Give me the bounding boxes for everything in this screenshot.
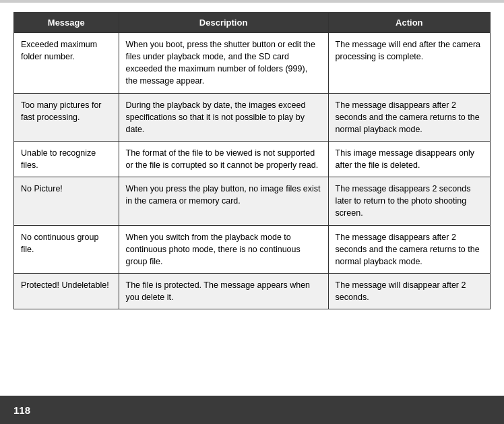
table-row: Protected! Undeletable!The file is prote…	[14, 273, 491, 309]
col-header-description: Description	[119, 13, 328, 33]
table-row: Too many pictures for fast processing.Du…	[14, 93, 491, 141]
table-header-row: Message Description Action	[14, 13, 491, 33]
cell-message: No continuous group file.	[14, 225, 119, 273]
cell-message: Exceeded maximum folder number.	[14, 33, 119, 94]
cell-description: The file is protected. The message appea…	[119, 273, 328, 309]
cell-action: The message disappears 2 seconds later t…	[328, 177, 490, 225]
cell-description: When you switch from the playback mode t…	[119, 225, 328, 273]
page-number: 118	[13, 404, 30, 416]
col-header-action: Action	[328, 13, 490, 33]
table-row: No Picture!When you press the play butto…	[14, 177, 491, 225]
cell-description: When you press the play button, no image…	[119, 177, 328, 225]
cell-action: The message disappears after 2 seconds a…	[328, 225, 490, 273]
cell-message: No Picture!	[14, 177, 119, 225]
table-row: Unable to recognize files.The format of …	[14, 141, 491, 177]
table-row: No continuous group file.When you switch…	[14, 225, 491, 273]
messages-table: Message Description Action Exceeded maxi…	[13, 12, 491, 309]
content-area: Message Description Action Exceeded maxi…	[0, 3, 504, 396]
cell-action: The message disappears after 2 seconds a…	[328, 93, 490, 141]
col-header-message: Message	[14, 13, 119, 33]
cell-action: The message will disappear after 2 secon…	[328, 273, 490, 309]
table-row: Exceeded maximum folder number.When you …	[14, 33, 491, 94]
cell-action: The message will end after the camera pr…	[328, 33, 490, 94]
cell-description: The format of the file to be viewed is n…	[119, 141, 328, 177]
cell-action: This image message disappears only after…	[328, 141, 490, 177]
cell-message: Protected! Undeletable!	[14, 273, 119, 309]
cell-message: Too many pictures for fast processing.	[14, 93, 119, 141]
footer-bar: 118	[0, 396, 504, 424]
page-container: Message Description Action Exceeded maxi…	[0, 0, 504, 424]
cell-description: When you boot, press the shutter button …	[119, 33, 328, 94]
cell-message: Unable to recognize files.	[14, 141, 119, 177]
cell-description: During the playback by date, the images …	[119, 93, 328, 141]
